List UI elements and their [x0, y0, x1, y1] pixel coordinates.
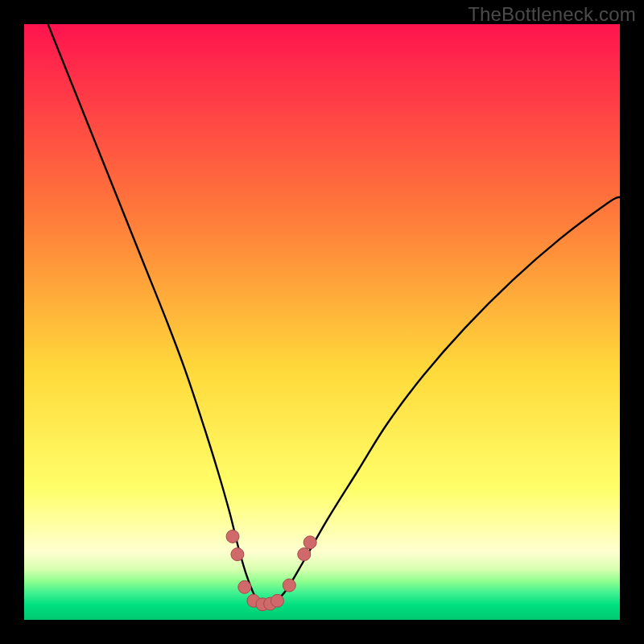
bottleneck-curve [48, 24, 620, 605]
chart-frame: TheBottleneck.com [0, 0, 644, 644]
curve-marker [231, 548, 244, 561]
curve-layer [24, 24, 620, 620]
plot-area [24, 24, 620, 620]
curve-marker [271, 594, 284, 607]
curve-marker [238, 580, 251, 593]
curve-markers [226, 530, 316, 610]
curve-marker [298, 548, 311, 561]
curve-marker [283, 579, 295, 592]
curve-marker [303, 536, 316, 549]
watermark-text: TheBottleneck.com [468, 3, 636, 26]
curve-marker [226, 530, 239, 543]
